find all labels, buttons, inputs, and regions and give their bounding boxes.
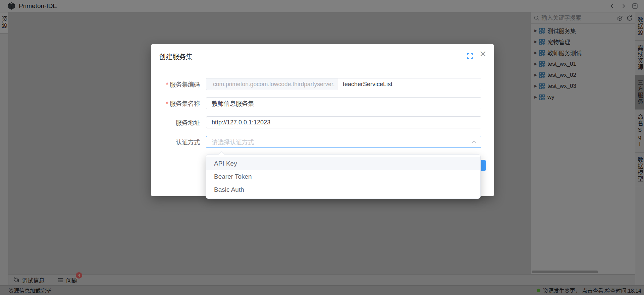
maximize-icon[interactable] [467, 53, 473, 59]
required-asterisk: * [166, 101, 168, 107]
service-name-input[interactable] [206, 97, 481, 109]
service-address-input[interactable] [206, 116, 481, 128]
auth-method-select[interactable]: 请选择认证方式 [206, 136, 481, 148]
field-label: 服务集名称 [170, 101, 200, 107]
form-row-service-address: 服务地址 [159, 116, 486, 128]
form-row-service-set-name: *服务集名称 [159, 97, 486, 109]
service-code-input[interactable] [337, 78, 481, 90]
dropdown-option-list: API Key Bearer Token Basic Auth [206, 155, 480, 198]
service-code-prefix: com.primeton.gocom.lowcode.thirdpartyser… [206, 78, 337, 90]
field-label: 服务地址 [176, 120, 200, 126]
required-asterisk: * [166, 81, 168, 88]
dropdown-option-api-key[interactable]: API Key [206, 157, 480, 170]
dialog-title: 创建服务集 [159, 52, 193, 61]
close-icon[interactable]: × [479, 49, 487, 58]
dropdown-option-bearer-token[interactable]: Bearer Token [206, 170, 480, 183]
auth-method-dropdown: API Key Bearer Token Basic Auth [206, 154, 481, 199]
primeton-ide-window: Primeton-IDE 资源 [0, 0, 644, 295]
form-row-auth-method: 认证方式 请选择认证方式 [159, 136, 486, 148]
chevron-up-icon [471, 139, 477, 145]
dropdown-option-basic-auth[interactable]: Basic Auth [206, 183, 480, 196]
field-label: 服务集编码 [170, 81, 200, 88]
field-label: 认证方式 [176, 139, 200, 146]
form-row-service-set-code: *服务集编码 com.primeton.gocom.lowcode.thirdp… [159, 78, 486, 90]
select-placeholder: 请选择认证方式 [212, 137, 471, 146]
